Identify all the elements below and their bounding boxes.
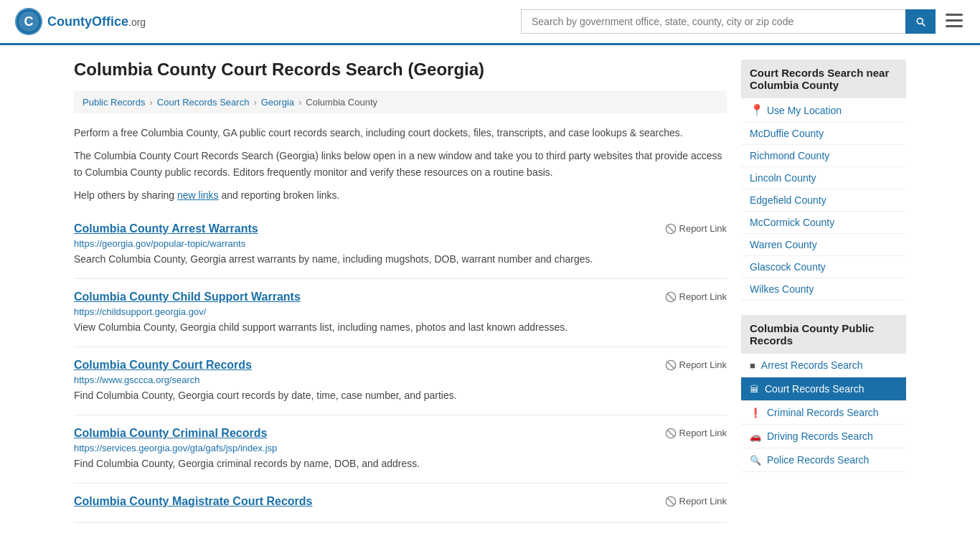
list-item: Edgefield County [741,189,906,212]
new-links-link[interactable]: new links [177,189,219,201]
report-icon [665,359,677,371]
result-url[interactable]: https://georgia.gov/popular-topic/warran… [74,238,727,249]
result-desc: View Columbia County, Georgia child supp… [74,320,727,335]
police-icon: 🔍 [750,455,761,466]
sidebar: Court Records Search near Columbia Count… [741,60,906,523]
logo-icon: C [14,7,43,36]
search-input[interactable] [521,9,905,34]
main-container: Columbia County Court Records Search (Ge… [60,45,920,537]
result-title[interactable]: Columbia County Magistrate Court Records [74,495,312,508]
description-2: The Columbia County Court Records Search… [74,148,727,180]
svg-line-16 [667,498,674,504]
arrest-icon: ■ [750,360,755,371]
nearby-counties-list: 📍 Use My Location McDuffie County Richmo… [741,98,906,301]
breadcrumb-sep-1: › [149,97,152,108]
result-header: Columbia County Arrest Warrants Report L… [74,222,727,235]
list-item: 🔍 Police Records Search [741,448,906,472]
result-item: Columbia County Court Records Report Lin… [74,347,727,415]
content-area: Columbia County Court Records Search (Ge… [74,60,727,523]
result-header: Columbia County Magistrate Court Records… [74,495,727,508]
county-link[interactable]: McDuffie County [741,123,906,144]
court-icon: 🏛 [750,384,759,395]
result-title[interactable]: Columbia County Criminal Records [74,427,267,440]
list-item: Glascock County [741,256,906,278]
page-title: Columbia County Court Records Search (Ge… [74,60,727,80]
report-link-button[interactable]: Report Link [665,428,727,439]
report-icon [665,291,677,303]
breadcrumb-georgia[interactable]: Georgia [261,97,294,108]
list-item: ■ Arrest Records Search [741,354,906,377]
county-link[interactable]: Wilkes County [741,278,906,300]
public-records-section-title: Columbia County Public Records [741,315,906,354]
svg-rect-4 [946,14,963,16]
result-title[interactable]: Columbia County Arrest Warrants [74,222,258,235]
list-item: Wilkes County [741,278,906,301]
result-header: Columbia County Criminal Records Report … [74,427,727,440]
logo-text: CountyOffice.org [47,14,146,29]
result-header: Columbia County Court Records Report Lin… [74,359,727,372]
result-desc: Find Columbia County, Georgia criminal r… [74,456,727,471]
breadcrumb-sep-3: › [298,97,301,108]
menu-button[interactable] [943,11,966,33]
report-link-button[interactable]: Report Link [665,291,727,303]
list-item: 📍 Use My Location [741,98,906,123]
svg-text:C: C [24,14,34,29]
breadcrumb-public-records[interactable]: Public Records [83,97,145,108]
list-item: 🚗 Driving Records Search [741,425,906,448]
list-item: Richmond County [741,145,906,167]
county-link[interactable]: Lincoln County [741,167,906,189]
site-header: C CountyOffice.org [0,0,980,45]
result-desc: Search Columbia County, Georgia arrest w… [74,252,727,267]
svg-line-10 [667,293,674,300]
result-title[interactable]: Columbia County Court Records [74,359,252,372]
breadcrumb: Public Records › Court Records Search › … [74,91,727,113]
report-link-button[interactable]: Report Link [665,223,727,235]
arrest-records-link[interactable]: ■ Arrest Records Search [741,354,906,377]
search-icon [915,16,926,27]
driving-records-link[interactable]: 🚗 Driving Records Search [741,425,906,448]
svg-line-8 [667,225,674,232]
result-item: Columbia County Criminal Records Report … [74,415,727,484]
county-link[interactable]: Warren County [741,234,906,255]
criminal-icon: ❗ [750,408,761,418]
location-pin-icon: 📍 [750,104,764,116]
search-button[interactable] [905,9,936,34]
criminal-records-link[interactable]: ❗ Criminal Records Search [741,401,906,424]
breadcrumb-court-records-search[interactable]: Court Records Search [157,97,250,108]
logo-link[interactable]: C CountyOffice.org [14,7,146,36]
description-3: Help others by sharing new links and rep… [74,187,727,203]
svg-rect-5 [946,19,963,22]
report-link-button[interactable]: Report Link [665,496,727,507]
court-records-link[interactable]: 🏛 Court Records Search [741,377,906,400]
report-icon [665,496,677,507]
search-bar-container [521,9,966,34]
result-item: Columbia County Magistrate Court Records… [74,484,727,523]
list-item: McDuffie County [741,123,906,145]
list-item: McCormick County [741,212,906,234]
report-link-button[interactable]: Report Link [665,359,727,371]
county-link[interactable]: Richmond County [741,145,906,166]
result-url[interactable]: https://www.gsccca.org/search [74,375,727,385]
county-link[interactable]: Glascock County [741,256,906,278]
result-header: Columbia County Child Support Warrants R… [74,291,727,303]
result-url[interactable]: https://childsupport.georgia.gov/ [74,306,727,317]
description-1: Perform a free Columbia County, GA publi… [74,125,727,141]
county-link[interactable]: McCormick County [741,212,906,233]
svg-line-12 [667,362,674,368]
list-item-active: 🏛 Court Records Search [741,377,906,401]
public-records-list: ■ Arrest Records Search 🏛 Court Records … [741,354,906,472]
use-my-location-link[interactable]: 📍 Use My Location [741,98,906,122]
report-icon [665,223,677,235]
svg-line-14 [667,430,674,436]
result-item: Columbia County Arrest Warrants Report L… [74,211,727,279]
result-item: Columbia County Child Support Warrants R… [74,279,727,347]
police-records-link[interactable]: 🔍 Police Records Search [741,448,906,471]
result-url[interactable]: https://services.georgia.gov/gta/gafs/js… [74,443,727,453]
svg-rect-6 [946,25,963,27]
report-icon [665,428,677,439]
breadcrumb-sep-2: › [253,97,256,108]
county-link[interactable]: Edgefield County [741,189,906,211]
driving-icon: 🚗 [750,431,761,442]
result-title[interactable]: Columbia County Child Support Warrants [74,291,301,303]
list-item: ❗ Criminal Records Search [741,401,906,425]
